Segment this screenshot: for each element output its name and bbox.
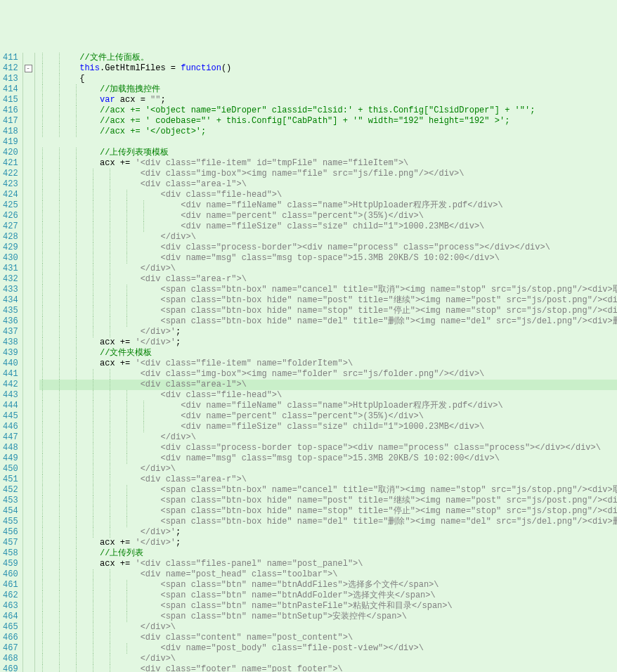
line-number: 426 bbox=[3, 211, 18, 221]
code-line[interactable]: </div>\ bbox=[39, 654, 617, 664]
line-number: 446 bbox=[3, 422, 18, 432]
line-number: 452 bbox=[3, 485, 18, 496]
code-line[interactable]: <div name="percent" class="percent">(35%… bbox=[39, 411, 617, 422]
code-line[interactable]: //文件上传面板。 bbox=[39, 53, 617, 63]
code-line[interactable] bbox=[39, 137, 617, 148]
code-line[interactable]: acx += '<div class="files-panel" name="p… bbox=[39, 559, 617, 569]
line-number: 435 bbox=[3, 306, 18, 316]
code-line[interactable]: <span class="btn-box hide" name="post" t… bbox=[39, 496, 617, 506]
line-number: 468 bbox=[3, 654, 18, 664]
code-line[interactable]: <span class="btn-box" name="cancel" titl… bbox=[39, 285, 617, 295]
code-area[interactable]: //文件上传面板。 this.GetHtmlFiles = function()… bbox=[35, 53, 617, 672]
code-line[interactable]: <div class="file-head">\ bbox=[39, 190, 617, 200]
code-line[interactable]: <div name="fileSize" class="size" child=… bbox=[39, 221, 617, 232]
code-line[interactable]: <div class="area-r">\ bbox=[39, 274, 617, 285]
fold-column: - bbox=[23, 53, 35, 672]
code-line[interactable]: acx += '</div>'; bbox=[39, 337, 617, 348]
line-number: 432 bbox=[3, 274, 18, 285]
code-line[interactable]: //acx += ' codebase="' + this.Config["Ca… bbox=[39, 116, 617, 127]
line-number: 412 bbox=[3, 63, 18, 74]
code-line[interactable]: //acx += '</object>'; bbox=[39, 127, 617, 137]
line-number: 416 bbox=[3, 105, 18, 116]
code-line[interactable]: <span class="btn" name="btnAddFolder">选择… bbox=[39, 590, 617, 601]
code-line[interactable]: <span class="btn-box hide" name="post" t… bbox=[39, 295, 617, 306]
code-line[interactable]: <div class="area-r">\ bbox=[39, 474, 617, 485]
code-line[interactable]: <div name="fileName" class="name">HttpUp… bbox=[39, 200, 617, 211]
code-line[interactable]: <span class="btn-box hide" name="stop" t… bbox=[39, 306, 617, 316]
code-line[interactable]: //加载拖拽控件 bbox=[39, 84, 617, 95]
code-line[interactable]: <div class="process-border top-space"><d… bbox=[39, 443, 617, 453]
line-number: 456 bbox=[3, 527, 18, 538]
line-number: 449 bbox=[3, 453, 18, 464]
line-number: 422 bbox=[3, 169, 18, 179]
line-number: 457 bbox=[3, 538, 18, 548]
code-line[interactable]: //上传列表 bbox=[39, 548, 617, 559]
code-editor: 4114124134144154164174184194204214224234… bbox=[0, 53, 617, 672]
line-number: 433 bbox=[3, 285, 18, 295]
line-number: 460 bbox=[3, 569, 18, 580]
code-line[interactable]: <div name="msg" class="msg top-space">15… bbox=[39, 253, 617, 264]
code-line[interactable]: <div class="img-box"><img name="folder" … bbox=[39, 369, 617, 380]
line-number: 469 bbox=[3, 664, 18, 672]
code-line[interactable]: <div name="fileName" class="name">HttpUp… bbox=[39, 401, 617, 411]
code-line[interactable]: <div name="percent" class="percent">(35%… bbox=[39, 211, 617, 221]
code-line[interactable]: </div>\ bbox=[39, 232, 617, 243]
code-line[interactable]: <span class="btn-box hide" name="del" ti… bbox=[39, 316, 617, 327]
code-line[interactable]: <span class="btn" name="btnPasteFile">粘贴… bbox=[39, 601, 617, 612]
line-number: 466 bbox=[3, 633, 18, 643]
code-line[interactable]: acx += '<div class="file-item" name="fol… bbox=[39, 358, 617, 369]
line-number: 436 bbox=[3, 316, 18, 327]
code-line[interactable]: <div class="file-head">\ bbox=[39, 390, 617, 401]
line-number: 418 bbox=[3, 127, 18, 137]
line-number: 448 bbox=[3, 443, 18, 453]
line-number: 427 bbox=[3, 221, 18, 232]
line-number: 437 bbox=[3, 327, 18, 337]
code-line[interactable]: //文件夹模板 bbox=[39, 348, 617, 358]
code-line[interactable]: //acx += '<object name="ieDroper" classi… bbox=[39, 105, 617, 116]
line-number: 420 bbox=[3, 148, 18, 158]
line-number: 417 bbox=[3, 116, 18, 127]
code-line[interactable]: { bbox=[39, 74, 617, 84]
code-line[interactable]: this.GetHtmlFiles = function() bbox=[39, 63, 617, 74]
line-number: 463 bbox=[3, 601, 18, 612]
code-line[interactable]: <div class="process-border"><div name="p… bbox=[39, 243, 617, 253]
line-number: 441 bbox=[3, 369, 18, 380]
code-line[interactable]: <div name="post_head" class="toolbar">\ bbox=[39, 569, 617, 580]
code-line[interactable]: </div>'; bbox=[39, 327, 617, 337]
code-line[interactable]: <div class="footer" name="post_footer">\ bbox=[39, 664, 617, 672]
code-line[interactable]: </div>\ bbox=[39, 432, 617, 443]
code-line[interactable]: <span class="btn" name="btnSetup">安装控件</… bbox=[39, 612, 617, 622]
line-number: 458 bbox=[3, 548, 18, 559]
line-number: 444 bbox=[3, 401, 18, 411]
fold-toggle[interactable]: - bbox=[25, 65, 32, 72]
code-line[interactable]: <div class="img-box"><img name="file" sr… bbox=[39, 169, 617, 179]
line-number: 413 bbox=[3, 74, 18, 84]
line-number: 447 bbox=[3, 432, 18, 443]
code-line[interactable]: <div name="post_body" class="file-post-v… bbox=[39, 643, 617, 654]
code-line[interactable]: acx += '<div class="file-item" id="tmpFi… bbox=[39, 158, 617, 169]
line-number: 411 bbox=[3, 53, 18, 63]
code-line[interactable]: <div class="content" name="post_content"… bbox=[39, 633, 617, 643]
code-line[interactable]: <span class="btn-box hide" name="stop" t… bbox=[39, 506, 617, 517]
code-line[interactable]: </div>\ bbox=[39, 622, 617, 633]
code-line[interactable]: <span class="btn" name="btnAddFiles">选择多… bbox=[39, 580, 617, 590]
line-number: 415 bbox=[3, 95, 18, 105]
code-line[interactable]: </div>\ bbox=[39, 264, 617, 274]
code-line[interactable]: var acx = ""; bbox=[39, 95, 617, 105]
line-number: 414 bbox=[3, 84, 18, 95]
code-line[interactable]: <div class="area-l">\ bbox=[39, 179, 617, 190]
code-line[interactable]: <div class="area-l">\ bbox=[39, 380, 617, 390]
code-line[interactable]: <span class="btn-box" name="cancel" titl… bbox=[39, 485, 617, 496]
line-number: 445 bbox=[3, 411, 18, 422]
code-line[interactable]: <div name="fileSize" class="size" child=… bbox=[39, 422, 617, 432]
line-number: 454 bbox=[3, 506, 18, 517]
code-line[interactable]: <div name="msg" class="msg top-space">15… bbox=[39, 453, 617, 464]
code-line[interactable]: //上传列表项模板 bbox=[39, 148, 617, 158]
code-line[interactable]: </div>\ bbox=[39, 464, 617, 474]
line-number: 453 bbox=[3, 496, 18, 506]
line-number: 431 bbox=[3, 264, 18, 274]
code-line[interactable]: <span class="btn-box hide" name="del" ti… bbox=[39, 517, 617, 527]
code-line[interactable]: </div>'; bbox=[39, 527, 617, 538]
line-number: 429 bbox=[3, 243, 18, 253]
code-line[interactable]: acx += '</div>'; bbox=[39, 538, 617, 548]
